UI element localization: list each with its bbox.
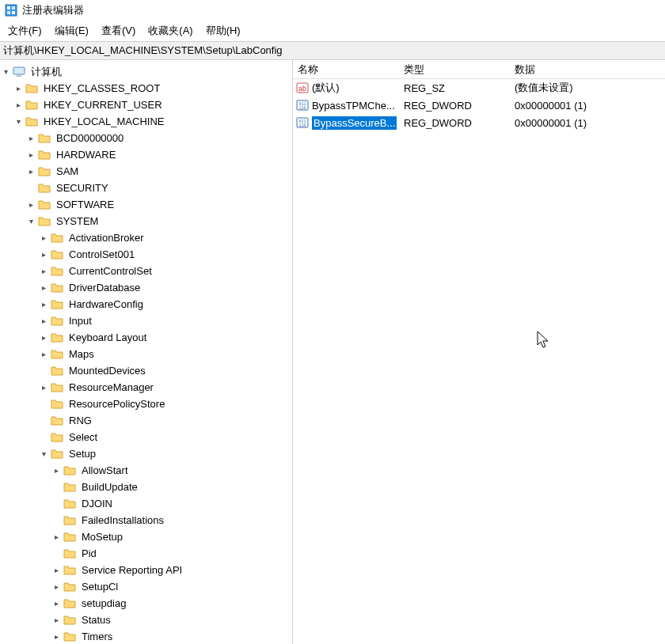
svg-text:110: 110: [298, 123, 306, 127]
tree-node-resourcepolicystore[interactable]: ▸ResourcePolicyStore: [38, 396, 292, 412]
menu-bar: 文件(F) 编辑(E) 查看(V) 收藏夹(A) 帮助(H): [0, 21, 665, 41]
menu-view[interactable]: 查看(V): [95, 22, 142, 38]
tree-node-allowstart[interactable]: ▸AllowStart: [51, 462, 292, 479]
chevron-right-icon[interactable]: ▸: [13, 100, 24, 111]
value-data: 0x00000001 (1): [515, 117, 665, 129]
tree-label: ControlSet001: [66, 248, 137, 261]
tree-node-setupcl[interactable]: ▸SetupCl: [51, 578, 292, 595]
tree-node-buildupdate[interactable]: ▸BuildUpdate: [51, 479, 292, 495]
binary-value-icon: 011110: [296, 99, 309, 112]
folder-icon: [51, 431, 63, 444]
chevron-right-icon[interactable]: ▸: [25, 166, 36, 177]
chevron-right-icon[interactable]: ▸: [38, 349, 49, 360]
tree-node-timers[interactable]: ▸Timers: [51, 628, 292, 644]
tree-node-hardwareconfig[interactable]: ▸HardwareConfig: [38, 296, 292, 313]
tree-node-maps[interactable]: ▸Maps: [38, 346, 292, 362]
tree-node-controlset001[interactable]: ▸ControlSet001: [38, 246, 292, 263]
tree-node-hkcr[interactable]: ▸HKEY_CLASSES_ROOT: [13, 80, 292, 97]
chevron-right-icon[interactable]: ▸: [25, 150, 36, 161]
tree-node-input[interactable]: ▸Input: [38, 313, 292, 329]
chevron-right-icon[interactable]: ▸: [38, 382, 49, 393]
folder-icon: [51, 365, 63, 377]
column-header-data[interactable]: 数据: [515, 63, 665, 77]
list-row[interactable]: 011110BypassTPMChe...REG_DWORD0x00000001…: [293, 97, 665, 114]
list-row[interactable]: 011110BypassSecureB...REG_DWORD0x0000000…: [293, 114, 665, 131]
tree-node-mounteddevices[interactable]: ▸MountedDevices: [38, 362, 292, 379]
value-name: (默认): [312, 81, 340, 95]
folder-icon: [51, 398, 63, 411]
folder-icon: [38, 132, 51, 145]
tree-node-system[interactable]: ▾SYSTEM: [25, 213, 292, 229]
binary-value-icon: 011110: [296, 116, 309, 129]
chevron-right-icon[interactable]: ▸: [51, 631, 62, 642]
menu-edit[interactable]: 编辑(E): [48, 22, 95, 38]
tree-node-setupdiag[interactable]: ▸setupdiag: [51, 595, 292, 612]
folder-icon: [51, 315, 63, 328]
tree-node-keyboardlayout[interactable]: ▸Keyboard Layout: [38, 329, 292, 346]
chevron-right-icon[interactable]: ▸: [51, 565, 62, 576]
tree-node-security[interactable]: ▸SECURITY: [25, 180, 292, 196]
menu-file[interactable]: 文件(F): [2, 22, 48, 38]
chevron-right-icon[interactable]: ▸: [51, 532, 62, 543]
menu-help[interactable]: 帮助(H): [200, 22, 247, 38]
tree-node-servicereportingapi[interactable]: ▸Service Reporting API: [51, 562, 292, 578]
tree-node-hklm[interactable]: ▾HKEY_LOCAL_MACHINE: [13, 113, 292, 130]
chevron-right-icon[interactable]: ▸: [38, 233, 49, 244]
values-list-panel[interactable]: 名称 类型 数据 ab(默认)REG_SZ(数值未设置)011110Bypass…: [293, 60, 665, 644]
chevron-right-icon[interactable]: ▸: [25, 133, 36, 144]
address-path: 计算机\HKEY_LOCAL_MACHINE\SYSTEM\Setup\LabC…: [3, 44, 283, 58]
chevron-down-icon[interactable]: ▾: [0, 66, 11, 78]
tree-node-sam[interactable]: ▸SAM: [25, 163, 292, 180]
address-bar[interactable]: 计算机\HKEY_LOCAL_MACHINE\SYSTEM\Setup\LabC…: [0, 41, 665, 60]
chevron-down-icon[interactable]: ▾: [13, 116, 24, 127]
chevron-right-icon[interactable]: ▸: [51, 615, 62, 626]
column-header-type[interactable]: 类型: [404, 63, 515, 77]
chevron-right-icon[interactable]: ▸: [38, 299, 49, 310]
chevron-down-icon[interactable]: ▾: [38, 449, 49, 460]
tree-label: SOFTWARE: [54, 198, 116, 211]
tree-node-resourcemanager[interactable]: ▸ResourceManager: [38, 379, 292, 396]
tree-node-hkcu[interactable]: ▸HKEY_CURRENT_USER: [13, 97, 292, 113]
tree-label: HKEY_CLASSES_ROOT: [41, 81, 162, 95]
chevron-right-icon[interactable]: ▸: [38, 266, 49, 277]
tree-node-driverdatabase[interactable]: ▸DriverDatabase: [38, 279, 292, 296]
chevron-right-icon[interactable]: ▸: [51, 465, 62, 476]
chevron-down-icon[interactable]: ▾: [25, 216, 36, 227]
chevron-right-icon[interactable]: ▸: [38, 316, 49, 327]
chevron-right-icon[interactable]: ▸: [13, 83, 24, 94]
svg-rect-1: [7, 6, 10, 9]
tree-node-select[interactable]: ▸Select: [38, 429, 292, 445]
tree-node-djoin[interactable]: ▸DJOIN: [51, 495, 292, 512]
list-row[interactable]: ab(默认)REG_SZ(数值未设置): [293, 79, 665, 97]
chevron-right-icon[interactable]: ▸: [38, 282, 49, 294]
tree-node-failedinstallations[interactable]: ▸FailedInstallations: [51, 512, 292, 528]
column-header-name[interactable]: 名称: [293, 63, 404, 77]
tree-node-rng[interactable]: ▸RNG: [38, 412, 292, 429]
menu-favorites[interactable]: 收藏夹(A): [142, 22, 199, 38]
chevron-right-icon[interactable]: ▸: [25, 199, 36, 210]
tree-node-setup[interactable]: ▾Setup: [38, 445, 292, 462]
chevron-right-icon[interactable]: ▸: [51, 581, 62, 593]
chevron-right-icon[interactable]: ▸: [51, 598, 62, 609]
tree-node-hardware[interactable]: ▸HARDWARE: [25, 146, 292, 163]
folder-icon: [51, 331, 63, 344]
tree-node-software[interactable]: ▸SOFTWARE: [25, 196, 292, 213]
folder-icon: [51, 232, 63, 244]
tree-node-activationbroker[interactable]: ▸ActivationBroker: [38, 229, 292, 246]
tree-label: Timers: [79, 630, 115, 643]
folder-icon: [63, 597, 76, 610]
tree-node-status[interactable]: ▸Status: [51, 612, 292, 628]
tree-node-pid[interactable]: ▸Pid: [51, 545, 292, 562]
chevron-right-icon[interactable]: ▸: [38, 249, 49, 260]
folder-icon: [51, 381, 63, 394]
tree-label: CurrentControlSet: [66, 264, 154, 278]
folder-icon: [63, 481, 76, 494]
chevron-right-icon[interactable]: ▸: [38, 332, 49, 343]
tree-node-bcd[interactable]: ▸BCD00000000: [25, 130, 292, 146]
tree-node-mosetup[interactable]: ▸MoSetup: [51, 528, 292, 545]
folder-icon: [63, 498, 76, 510]
tree-node-currentcontrolset[interactable]: ▸CurrentControlSet: [38, 263, 292, 279]
tree-panel[interactable]: ▾ 计算机 ▸HKEY_CLASSES_ROOT ▸HKEY_CURRENT_U…: [0, 60, 293, 644]
svg-rect-2: [12, 6, 15, 9]
tree-node-computer[interactable]: ▾ 计算机: [0, 63, 292, 80]
